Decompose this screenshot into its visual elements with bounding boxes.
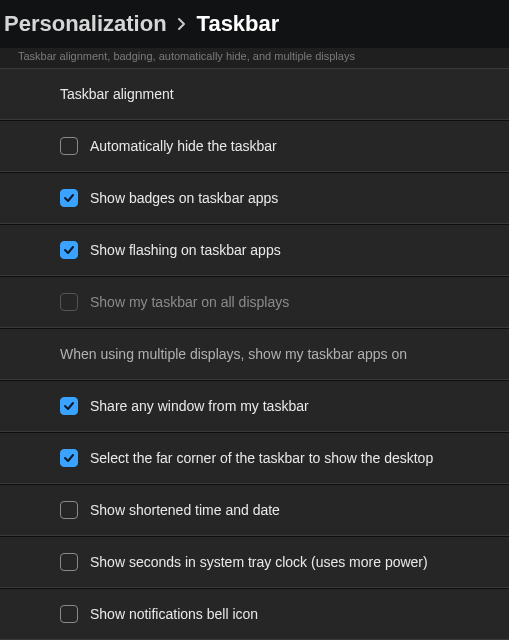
checkbox-far-corner[interactable] — [60, 449, 78, 467]
row-label: Automatically hide the taskbar — [90, 138, 277, 154]
row-all-displays: Show my taskbar on all displays — [0, 276, 509, 328]
breadcrumb-parent[interactable]: Personalization — [4, 11, 167, 37]
breadcrumb-current: Taskbar — [197, 11, 280, 37]
settings-list: Taskbar alignment Automatically hide the… — [0, 68, 509, 640]
checkbox-flashing[interactable] — [60, 241, 78, 259]
checkbox-badges[interactable] — [60, 189, 78, 207]
row-autohide[interactable]: Automatically hide the taskbar — [0, 120, 509, 172]
chevron-right-icon — [177, 17, 187, 31]
row-label: Show seconds in system tray clock (uses … — [90, 554, 428, 570]
row-label: Show shortened time and date — [90, 502, 280, 518]
row-taskbar-alignment[interactable]: Taskbar alignment — [0, 68, 509, 120]
row-label: Select the far corner of the taskbar to … — [90, 450, 433, 466]
row-label: When using multiple displays, show my ta… — [60, 346, 407, 362]
row-label: Share any window from my taskbar — [90, 398, 309, 414]
row-far-corner[interactable]: Select the far corner of the taskbar to … — [0, 432, 509, 484]
row-label: Show notifications bell icon — [90, 606, 258, 622]
row-label: Show badges on taskbar apps — [90, 190, 278, 206]
checkbox-all-displays — [60, 293, 78, 311]
section-description: Taskbar alignment, badging, automaticall… — [0, 48, 509, 68]
row-flashing[interactable]: Show flashing on taskbar apps — [0, 224, 509, 276]
row-bell[interactable]: Show notifications bell icon — [0, 588, 509, 640]
checkbox-short-time[interactable] — [60, 501, 78, 519]
checkbox-share-window[interactable] — [60, 397, 78, 415]
checkbox-autohide[interactable] — [60, 137, 78, 155]
row-label: Taskbar alignment — [60, 86, 174, 102]
row-label: Show my taskbar on all displays — [90, 294, 289, 310]
row-badges[interactable]: Show badges on taskbar apps — [0, 172, 509, 224]
row-multi-display-label: When using multiple displays, show my ta… — [0, 328, 509, 380]
row-short-time[interactable]: Show shortened time and date — [0, 484, 509, 536]
checkbox-bell[interactable] — [60, 605, 78, 623]
breadcrumb: Personalization Taskbar — [0, 0, 509, 48]
row-seconds[interactable]: Show seconds in system tray clock (uses … — [0, 536, 509, 588]
row-label: Show flashing on taskbar apps — [90, 242, 281, 258]
row-share-window[interactable]: Share any window from my taskbar — [0, 380, 509, 432]
checkbox-seconds[interactable] — [60, 553, 78, 571]
